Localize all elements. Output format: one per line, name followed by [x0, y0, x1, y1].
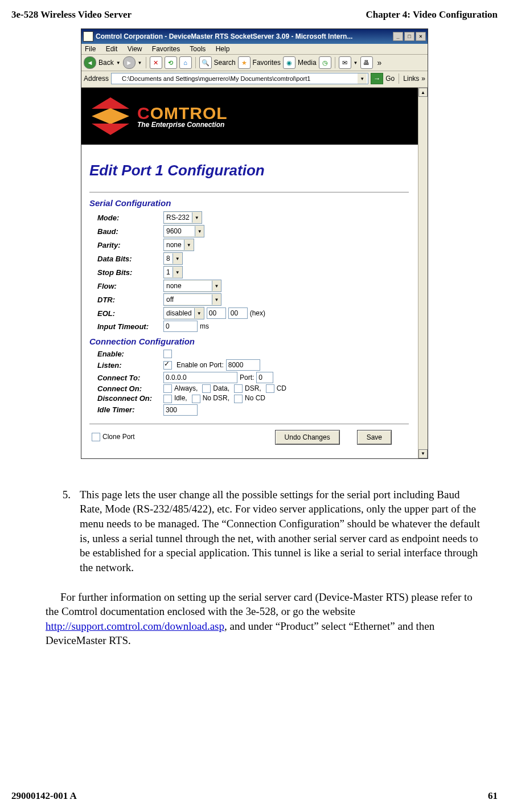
- media-icon[interactable]: ◉: [283, 56, 295, 69]
- home-icon[interactable]: ⌂: [179, 56, 192, 69]
- back-chevron-icon[interactable]: ▼: [116, 60, 121, 65]
- eol-hex1-input[interactable]: 00: [207, 307, 226, 319]
- eol-label: EOL:: [89, 309, 163, 318]
- chevron-down-icon[interactable]: ▼: [173, 253, 182, 264]
- menu-favorites[interactable]: Favorites: [152, 45, 180, 53]
- flow-select[interactable]: none▼: [163, 280, 221, 292]
- paragraph-5-text: This page lets the user change all the p…: [80, 487, 481, 575]
- close-button[interactable]: ×: [416, 32, 426, 41]
- connecton-dsr-checkbox[interactable]: [234, 384, 243, 393]
- address-value: C:\Documents and Settings\mguerrero\My D…: [122, 75, 310, 82]
- scrollbar[interactable]: ▲ ▼: [418, 88, 428, 458]
- idle-label: Idle Timer:: [89, 405, 163, 414]
- databits-value: 8: [164, 253, 173, 264]
- parity-value: none: [164, 240, 184, 250]
- page-icon: [113, 75, 121, 83]
- forward-icon[interactable]: ►: [123, 56, 136, 69]
- mail-icon[interactable]: ✉: [339, 56, 351, 69]
- comtrol-banner: COMTROL The Enterprise Connection: [81, 88, 418, 145]
- forward-chevron-icon[interactable]: ▼: [138, 60, 142, 65]
- closing-pre: For further information on setting up th…: [46, 591, 473, 618]
- page-content: COMTROL The Enterprise Connection Edit P…: [81, 88, 418, 458]
- chevron-down-icon[interactable]: ▼: [195, 226, 204, 236]
- listen-checkbox[interactable]: [163, 361, 172, 370]
- favorites-icon[interactable]: ★: [238, 56, 251, 69]
- stopbits-select[interactable]: 1▼: [163, 266, 183, 278]
- connecton-always-checkbox[interactable]: [163, 384, 172, 393]
- links-overflow-icon[interactable]: »: [421, 75, 425, 83]
- support-link[interactable]: http://support.comtrol.com/download.asp: [46, 620, 224, 632]
- connecton-data-checkbox[interactable]: [202, 384, 211, 393]
- back-label[interactable]: Back: [98, 59, 114, 67]
- go-button[interactable]: →: [371, 73, 383, 84]
- connectto-port-input[interactable]: 0: [256, 372, 273, 383]
- go-label[interactable]: Go: [385, 75, 395, 83]
- links-label[interactable]: Links: [403, 75, 419, 83]
- address-label: Address: [84, 75, 109, 83]
- save-button[interactable]: Save: [357, 430, 392, 445]
- undo-button[interactable]: Undo Changes: [275, 430, 340, 445]
- footer-pagenum: 61: [488, 790, 498, 802]
- eol-hex2-input[interactable]: 00: [228, 307, 248, 319]
- stopbits-value: 1: [164, 267, 173, 277]
- menu-tools[interactable]: Tools: [190, 45, 206, 53]
- print-icon[interactable]: 🖶: [360, 56, 373, 69]
- listen-port-input[interactable]: 8000: [226, 359, 260, 371]
- connectto-ip-input[interactable]: 0.0.0.0: [163, 372, 237, 383]
- chevron-down-icon[interactable]: ▼: [192, 212, 202, 223]
- logo-brand: COMTROL: [137, 104, 228, 123]
- chevron-down-icon[interactable]: ▼: [194, 308, 204, 318]
- baud-select[interactable]: 9600▼: [163, 225, 204, 237]
- timeout-label: Input Timeout:: [89, 322, 163, 331]
- separator: [399, 73, 399, 84]
- chevron-down-icon[interactable]: ▼: [212, 281, 221, 291]
- mode-select[interactable]: RS-232▼: [163, 211, 202, 224]
- menu-help[interactable]: Help: [216, 45, 230, 53]
- stop-icon[interactable]: ✕: [150, 56, 162, 69]
- timeout-input[interactable]: 0: [163, 321, 198, 332]
- back-icon[interactable]: ◄: [84, 56, 96, 69]
- dtr-label: DTR:: [89, 296, 163, 304]
- refresh-icon[interactable]: ⟲: [165, 56, 177, 69]
- eol-value: disabled: [164, 308, 194, 318]
- maximize-button[interactable]: □: [404, 32, 414, 41]
- connectto-port-label: Port:: [240, 374, 254, 382]
- address-input[interactable]: C:\Documents and Settings\mguerrero\My D…: [111, 73, 368, 84]
- eol-select[interactable]: disabled▼: [163, 307, 204, 319]
- listen-cb-label: Enable on Port:: [176, 361, 224, 369]
- menubar: File Edit View Favorites Tools Help: [81, 44, 428, 55]
- mail-chevron-icon[interactable]: ▼: [354, 60, 358, 65]
- address-dropdown-icon[interactable]: ▼: [358, 73, 367, 84]
- mode-label: Mode:: [89, 214, 163, 222]
- divider: [89, 424, 409, 424]
- menu-file[interactable]: File: [85, 45, 96, 53]
- chevron-down-icon[interactable]: ▼: [212, 294, 221, 305]
- cloneport-checkbox[interactable]: [92, 433, 100, 441]
- logo-tagline: The Enterprise Connection: [137, 121, 228, 129]
- minimize-button[interactable]: _: [393, 32, 403, 41]
- databits-select[interactable]: 8▼: [163, 252, 183, 265]
- comtrol-logo-icon: [92, 97, 129, 135]
- scroll-up-icon[interactable]: ▲: [418, 88, 428, 97]
- history-icon[interactable]: ◷: [319, 56, 331, 69]
- dtr-select[interactable]: off▼: [163, 293, 221, 306]
- connecton-cd-checkbox[interactable]: [266, 384, 274, 393]
- search-icon[interactable]: 🔍: [199, 56, 212, 69]
- scroll-down-icon[interactable]: ▼: [418, 449, 428, 458]
- menu-edit[interactable]: Edit: [106, 45, 118, 53]
- disconnect-nodsr-checkbox[interactable]: [192, 395, 200, 403]
- media-label[interactable]: Media: [298, 59, 317, 67]
- search-label[interactable]: Search: [214, 59, 236, 67]
- disconnect-nocd-checkbox[interactable]: [234, 395, 243, 403]
- timeout-suffix: ms: [200, 322, 209, 330]
- menu-view[interactable]: View: [128, 45, 142, 53]
- chevron-down-icon[interactable]: ▼: [173, 267, 182, 277]
- idle-input[interactable]: 300: [163, 404, 198, 416]
- disconnect-idle-checkbox[interactable]: [163, 395, 172, 403]
- enable-checkbox[interactable]: [163, 350, 172, 358]
- chevron-down-icon[interactable]: ▼: [184, 240, 194, 250]
- favorites-label[interactable]: Favorites: [253, 59, 281, 67]
- connecton-label: Connect On:: [89, 384, 163, 393]
- parity-select[interactable]: none▼: [163, 239, 194, 251]
- toolbar-overflow-icon[interactable]: »: [375, 58, 384, 67]
